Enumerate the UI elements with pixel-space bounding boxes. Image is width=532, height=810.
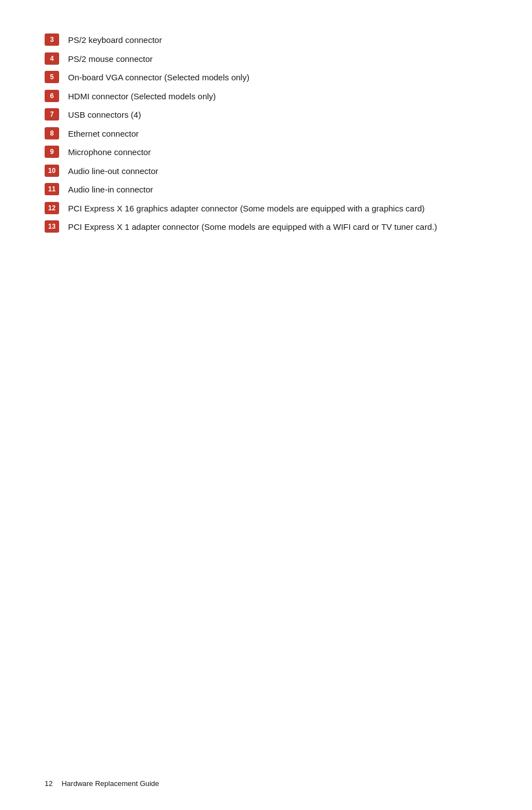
list-item: 7USB connectors (4) — [45, 108, 487, 122]
item-text: PS/2 keyboard connector — [68, 33, 162, 47]
item-text: PCI Express X 1 adapter connector (Some … — [68, 220, 437, 234]
list-item: 8Ethernet connector — [45, 127, 487, 141]
list-item: 11Audio line-in connector — [45, 183, 487, 196]
item-badge: 8 — [45, 127, 59, 139]
list-item: 4PS/2 mouse connector — [45, 52, 487, 66]
item-badge: 4 — [45, 52, 59, 65]
item-badge: 12 — [45, 202, 59, 214]
connector-list: 3PS/2 keyboard connector4PS/2 mouse conn… — [45, 33, 487, 234]
list-item: 3PS/2 keyboard connector — [45, 33, 487, 47]
list-item: 6HDMI connector (Selected models only) — [45, 90, 487, 103]
item-text: Audio line-out connector — [68, 165, 158, 178]
item-text: PS/2 mouse connector — [68, 52, 153, 66]
item-badge: 6 — [45, 90, 59, 102]
item-badge: 9 — [45, 146, 59, 158]
item-text: PCI Express X 16 graphics adapter connec… — [68, 202, 425, 215]
item-text: Audio line-in connector — [68, 183, 153, 196]
item-badge: 10 — [45, 165, 59, 177]
list-item: 9Microphone connector — [45, 146, 487, 159]
item-text: USB connectors (4) — [68, 108, 141, 122]
footer-page-number: 12 — [45, 779, 52, 788]
item-badge: 5 — [45, 71, 59, 83]
item-badge: 11 — [45, 183, 59, 195]
item-text: Microphone connector — [68, 146, 151, 159]
item-text: Ethernet connector — [68, 127, 139, 141]
list-item: 10Audio line-out connector — [45, 165, 487, 178]
page-content: 3PS/2 keyboard connector4PS/2 mouse conn… — [0, 0, 532, 278]
list-item: 13PCI Express X 1 adapter connector (Som… — [45, 220, 487, 234]
item-badge: 7 — [45, 108, 59, 120]
footer-title: Hardware Replacement Guide — [61, 779, 159, 788]
list-item: 5On-board VGA connector (Selected models… — [45, 71, 487, 84]
item-text: HDMI connector (Selected models only) — [68, 90, 216, 103]
item-text: On-board VGA connector (Selected models … — [68, 71, 249, 84]
item-badge: 3 — [45, 33, 59, 46]
item-badge: 13 — [45, 220, 59, 233]
page-footer: 12 Hardware Replacement Guide — [45, 779, 159, 788]
list-item: 12PCI Express X 16 graphics adapter conn… — [45, 202, 487, 215]
